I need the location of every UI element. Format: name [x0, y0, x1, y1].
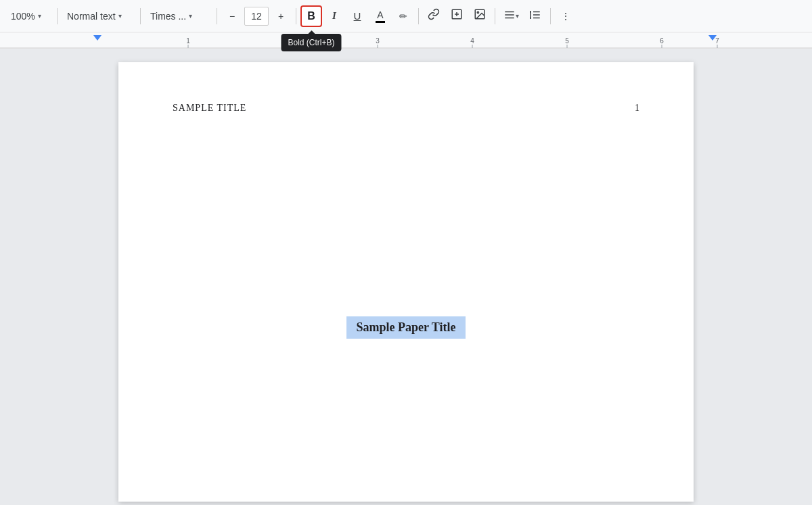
font-family-arrow-icon: ▾: [189, 12, 192, 20]
page: SAMPLE TITLE 1 Sample Paper Title: [118, 62, 694, 502]
more-options-button[interactable]: ⋮: [555, 5, 577, 27]
italic-icon: I: [332, 10, 336, 22]
font-size-input[interactable]: [244, 7, 269, 26]
zoom-value: 100%: [11, 11, 35, 22]
plus-icon: +: [278, 11, 284, 22]
line-spacing-button[interactable]: [524, 5, 546, 27]
divider-7: [550, 8, 551, 24]
image-button[interactable]: [469, 5, 491, 27]
divider-6: [495, 8, 495, 24]
image-icon: [474, 8, 486, 24]
highlight-button[interactable]: ✏: [392, 5, 414, 27]
italic-button[interactable]: I: [323, 5, 345, 27]
color-bar-icon: [376, 21, 385, 23]
zoom-group: 100% ▾: [5, 5, 53, 27]
divider-1: [57, 8, 58, 24]
insert-button[interactable]: [446, 5, 468, 27]
link-icon: [428, 8, 440, 24]
zoom-dropdown[interactable]: 100% ▾: [5, 5, 53, 27]
divider-4: [296, 8, 296, 24]
underline-icon: U: [354, 10, 361, 22]
toolbar: 100% ▾ Normal text ▾ Times ... ▾ − + B: [0, 0, 812, 32]
minus-icon: −: [229, 11, 235, 22]
bold-group: B Bold (Ctrl+B): [300, 5, 322, 27]
svg-text:1: 1: [186, 37, 190, 45]
font-color-button[interactable]: A: [369, 5, 391, 27]
font-family-label: Times ...: [150, 11, 186, 22]
svg-text:6: 6: [660, 37, 664, 45]
increase-font-button[interactable]: +: [270, 5, 292, 27]
underline-button[interactable]: U: [346, 5, 368, 27]
font-size-group: − +: [221, 5, 292, 27]
svg-text:3: 3: [376, 37, 380, 45]
more-options-icon: ⋮: [561, 11, 570, 22]
bold-icon: B: [307, 10, 315, 22]
left-indent-icon[interactable]: [93, 35, 102, 41]
page-header: SAMPLE TITLE 1: [173, 103, 639, 114]
decrease-font-button[interactable]: −: [221, 5, 243, 27]
pen-icon: ✏: [399, 11, 407, 22]
divider-2: [140, 8, 141, 24]
style-group: Normal text ▾: [62, 5, 136, 27]
link-button[interactable]: [423, 5, 445, 27]
selected-text[interactable]: Sample Paper Title: [346, 316, 465, 339]
page-number: 1: [635, 103, 639, 114]
svg-text:2: 2: [281, 37, 285, 45]
align-arrow-icon: ▾: [516, 12, 519, 20]
font-family-group: Times ... ▾: [145, 5, 212, 27]
font-family-dropdown[interactable]: Times ... ▾: [145, 5, 212, 27]
bold-button[interactable]: B: [300, 5, 322, 27]
right-indent-icon[interactable]: [708, 35, 717, 41]
line-spacing-icon: [529, 9, 541, 23]
divider-5: [418, 8, 419, 24]
document-area: SAMPLE TITLE 1 Sample Paper Title: [0, 49, 812, 505]
divider-3: [217, 8, 217, 24]
insert-icon: [451, 8, 463, 24]
text-style-label: Normal text: [67, 11, 116, 22]
svg-text:5: 5: [565, 37, 569, 45]
page-title: SAMPLE TITLE: [173, 103, 246, 114]
style-arrow-icon: ▾: [118, 12, 122, 20]
zoom-arrow-icon: ▾: [38, 12, 41, 20]
align-button[interactable]: ▾: [499, 5, 523, 27]
selected-text-area: Sample Paper Title: [173, 316, 639, 339]
align-icon: [503, 9, 516, 23]
ruler: 1 2 3 4 5 6 7: [0, 32, 812, 49]
text-style-dropdown[interactable]: Normal text ▾: [62, 5, 136, 27]
svg-point-4: [477, 11, 478, 13]
font-color-icon: A: [376, 9, 385, 23]
ruler-svg: 1 2 3 4 5 6 7: [0, 32, 812, 49]
svg-text:4: 4: [470, 37, 474, 45]
